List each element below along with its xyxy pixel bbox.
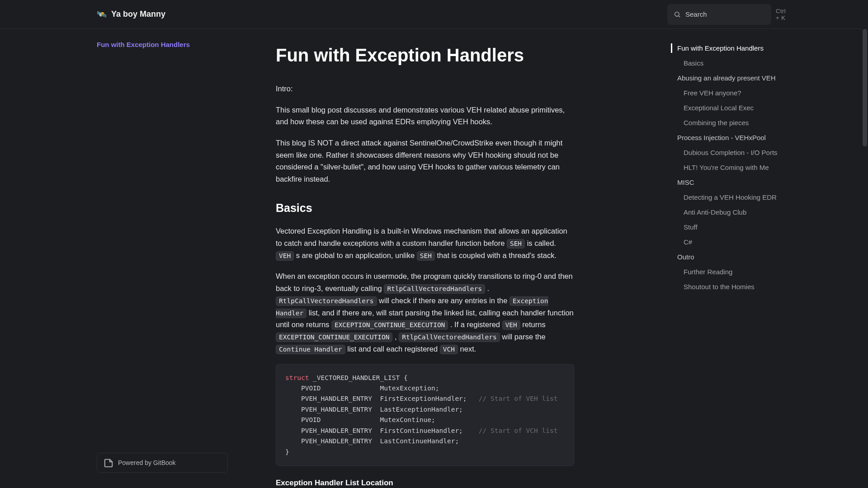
toc-item[interactable]: Combining the pieces — [671, 115, 778, 130]
toc-item-label: Basics — [671, 58, 778, 68]
toc-item[interactable]: Dubious Completion - I/O Ports — [671, 145, 778, 160]
brand-name: Ya boy Manny — [111, 9, 165, 19]
topbar: 🛰️ Ya boy Manny Ctrl + K — [0, 0, 868, 29]
basics-paragraph-2: When an exception occurs in usermode, th… — [276, 270, 574, 355]
toc-item-label: Free VEH anyone? — [671, 88, 778, 98]
toc-item-label: C# — [671, 237, 778, 247]
inline-code-rtlp-1: RtlpCallVectoredHandlers — [384, 284, 485, 294]
inline-code-ece-1: EXCEPTION_CONTINUE_EXECUTION — [331, 320, 448, 330]
inline-code-ch: Continue Handler — [276, 345, 345, 354]
toc-item-label: Process Injection - VEHxPool — [671, 133, 778, 142]
toc-item-label: Shoutout to the Homies — [671, 282, 778, 291]
intro-paragraph-2: This blog IS NOT a direct attack against… — [276, 137, 574, 185]
toc-item-label: Dubious Completion - I/O Ports — [671, 148, 778, 157]
inline-code-seh: SEH — [507, 239, 525, 249]
search-kbd: Ctrl + K — [776, 8, 786, 21]
toc-item[interactable]: C# — [671, 235, 778, 249]
toc-item-label: MISC — [671, 178, 778, 187]
ehll-heading: Exception Handler List Location — [276, 477, 574, 488]
intro-label: Intro: — [276, 83, 574, 95]
svg-point-0 — [675, 12, 679, 16]
toc-item[interactable]: Fun with Exception Handlers — [671, 41, 778, 56]
article: Fun with Exception Handlers Intro: This … — [226, 29, 624, 488]
toc-item-label: HLT! You're Coming with Me — [671, 163, 778, 172]
toc-item[interactable]: MISC — [671, 175, 778, 190]
toc: Fun with Exception HandlersBasicsAbusing… — [624, 29, 778, 488]
toc-item[interactable]: Anti Anti-Debug Club — [671, 205, 778, 220]
powered-by-gitbook[interactable]: Powered by GitBook — [97, 453, 228, 473]
basics-heading: Basics — [276, 199, 574, 217]
search-box[interactable]: Ctrl + K — [667, 4, 771, 25]
brand-logo-icon: 🛰️ — [97, 9, 107, 19]
page-title: Fun with Exception Handlers — [276, 41, 574, 70]
toc-item[interactable]: Outro — [671, 249, 778, 264]
toc-item-label: Outro — [671, 252, 778, 262]
search-input[interactable] — [685, 10, 771, 18]
toc-item[interactable]: Stuff — [671, 220, 778, 235]
toc-item-label: Anti Anti-Debug Club — [671, 207, 778, 217]
inline-code-ece-2: EXCEPTION_CONTINUE_EXECUTION — [276, 333, 392, 342]
toc-item[interactable]: Exceptional Local Exec — [671, 100, 778, 115]
toc-item-label: Combining the pieces — [671, 118, 778, 127]
inline-code-rtlp-2: RtlpCallVectoredHandlers — [276, 296, 377, 306]
toc-item-label: Further Reading — [671, 267, 778, 277]
toc-item-label: Abusing an already present VEH — [671, 73, 778, 83]
brand[interactable]: 🛰️ Ya boy Manny — [97, 9, 165, 19]
scrollbar[interactable] — [862, 0, 868, 488]
toc-item[interactable]: Abusing an already present VEH — [671, 70, 778, 85]
toc-item[interactable]: Shoutout to the Homies — [671, 279, 778, 294]
left-nav: Fun with Exception Handlers — [97, 41, 217, 49]
toc-item[interactable]: Basics — [671, 56, 778, 70]
toc-item[interactable]: Process Injection - VEHxPool — [671, 130, 778, 145]
toc-item-label: Exceptional Local Exec — [671, 103, 778, 113]
inline-code-rtlp-3: RtlpCallVectoredHandlers — [399, 333, 500, 342]
scrollbar-thumb[interactable] — [863, 29, 867, 146]
left-sidebar: Fun with Exception Handlers Powered by G… — [0, 29, 226, 488]
toc-item[interactable]: HLT! You're Coming with Me — [671, 160, 778, 175]
search-icon — [674, 11, 681, 18]
basics-paragraph-1: Vectored Exception Handling is a built-i… — [276, 225, 574, 261]
inline-code-seh-2: SEH — [417, 251, 435, 261]
toc-item[interactable]: Detecting a VEH Hooking EDR — [671, 190, 778, 205]
inline-code-vch: VCH — [440, 345, 458, 354]
toc-item-label: Fun with Exception Handlers — [671, 43, 778, 53]
toc-item-label: Detecting a VEH Hooking EDR — [671, 192, 778, 202]
toc-item-label: Stuff — [671, 222, 778, 232]
svg-line-1 — [679, 16, 680, 17]
toc-item[interactable]: Further Reading — [671, 264, 778, 279]
left-nav-active-link[interactable]: Fun with Exception Handlers — [97, 41, 190, 48]
inline-code-veh-2: VEH — [502, 320, 520, 330]
intro-paragraph-1: This small blog post discusses and demon… — [276, 104, 574, 128]
gitbook-label: Powered by GitBook — [118, 459, 176, 466]
gitbook-icon — [104, 458, 113, 468]
code-block-vhl[interactable]: struct _VECTORED_HANDLER_LIST { PVOID Mu… — [276, 364, 574, 466]
inline-code-veh: VEH — [276, 251, 294, 261]
toc-item[interactable]: Free VEH anyone? — [671, 85, 778, 100]
